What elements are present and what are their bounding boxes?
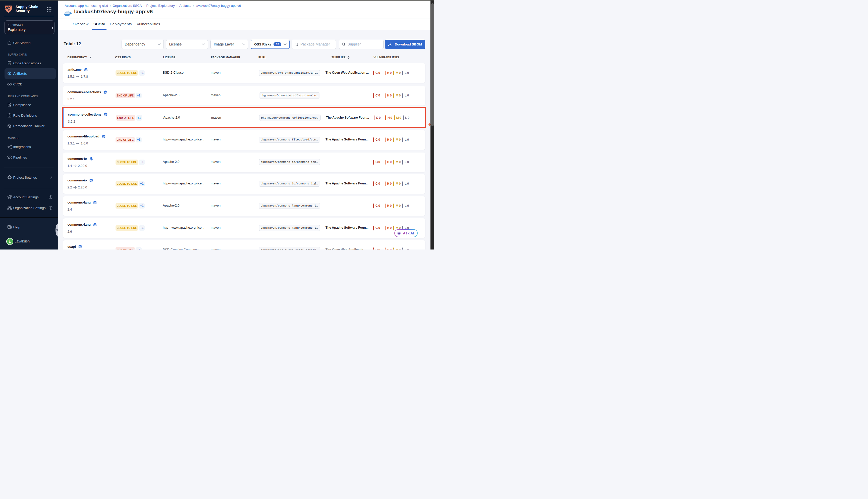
svg-text:?: ?	[8, 226, 10, 228]
svg-text:</>: </>	[8, 62, 11, 64]
